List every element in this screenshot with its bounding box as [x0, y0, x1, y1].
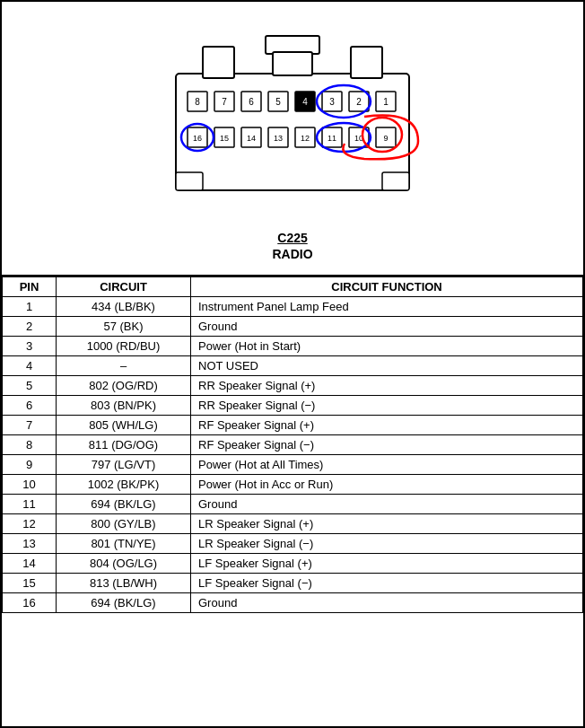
- cell-circuit: 813 (LB/WH): [57, 574, 191, 593]
- page-container: 8 7 6 5 4 3 2 1: [0, 0, 585, 728]
- cell-pin: 8: [3, 435, 57, 455]
- table-row: 4–NOT USED: [3, 356, 583, 376]
- cell-circuit: 57 (BK): [57, 317, 191, 337]
- cell-function: Power (Hot in Start): [191, 337, 583, 356]
- cell-circuit: 802 (OG/RD): [57, 376, 191, 396]
- table-row: 15813 (LB/WH)LF Speaker Signal (−): [3, 574, 583, 593]
- cell-pin: 6: [3, 396, 57, 416]
- svg-rect-1: [203, 47, 234, 78]
- svg-text:16: 16: [193, 134, 202, 143]
- cell-function: Ground: [191, 317, 583, 337]
- svg-text:4: 4: [302, 97, 308, 107]
- cell-function: RF Speaker Signal (−): [191, 435, 583, 455]
- connector-id: C225: [272, 231, 312, 245]
- cell-function: NOT USED: [191, 356, 583, 376]
- cell-pin: 7: [3, 416, 57, 435]
- cell-function: LF Speaker Signal (−): [191, 574, 583, 593]
- table-row: 13801 (TN/YE)LR Speaker Signal (−): [3, 534, 583, 554]
- svg-rect-5: [176, 172, 203, 190]
- cell-pin: 12: [3, 514, 57, 534]
- table-row: 11694 (BK/LG)Ground: [3, 495, 583, 514]
- svg-rect-3: [273, 52, 312, 75]
- cell-circuit: 694 (BK/LG): [57, 495, 191, 514]
- svg-text:3: 3: [329, 97, 335, 107]
- cell-circuit: 803 (BN/PK): [57, 396, 191, 416]
- svg-text:12: 12: [301, 134, 310, 143]
- cell-circuit: 797 (LG/VT): [57, 455, 191, 475]
- table-row: 257 (BK)Ground: [3, 317, 583, 337]
- cell-pin: 11: [3, 495, 57, 514]
- svg-rect-4: [351, 47, 382, 78]
- cell-function: Instrument Panel Lamp Feed: [191, 297, 583, 317]
- cell-circuit: 804 (OG/LG): [57, 554, 191, 574]
- svg-text:7: 7: [222, 97, 227, 107]
- cell-circuit: –: [57, 356, 191, 376]
- cell-pin: 10: [3, 475, 57, 495]
- cell-function: LF Speaker Signal (+): [191, 554, 583, 574]
- table-row: 6803 (BN/PK)RR Speaker Signal (−): [3, 396, 583, 416]
- cell-circuit: 694 (BK/LG): [57, 593, 191, 613]
- col-header-circuit: CIRCUIT: [57, 277, 191, 297]
- svg-text:9: 9: [383, 134, 388, 143]
- svg-text:8: 8: [195, 97, 200, 107]
- table-row: 101002 (BK/PK)Power (Hot in Acc or Run): [3, 475, 583, 495]
- cell-function: LR Speaker Signal (−): [191, 534, 583, 554]
- cell-function: Ground: [191, 593, 583, 613]
- cell-pin: 3: [3, 337, 57, 356]
- table-row: 5802 (OG/RD)RR Speaker Signal (+): [3, 376, 583, 396]
- col-header-pin: PIN: [3, 277, 57, 297]
- svg-text:1: 1: [383, 97, 389, 107]
- cell-circuit: 1000 (RD/BU): [57, 337, 191, 356]
- cell-circuit: 805 (WH/LG): [57, 416, 191, 435]
- cell-pin: 4: [3, 356, 57, 376]
- cell-circuit: 434 (LB/BK): [57, 297, 191, 317]
- table-section: PIN CIRCUIT CIRCUIT FUNCTION 1434 (LB/BK…: [2, 275, 583, 726]
- cell-circuit: 811 (DG/OG): [57, 435, 191, 455]
- svg-text:5: 5: [275, 97, 281, 107]
- svg-text:6: 6: [249, 97, 254, 107]
- table-row: 31000 (RD/BU)Power (Hot in Start): [3, 337, 583, 356]
- connector-name: RADIO: [272, 247, 312, 261]
- cell-pin: 5: [3, 376, 57, 396]
- cell-pin: 2: [3, 317, 57, 337]
- table-row: 8811 (DG/OG)RF Speaker Signal (−): [3, 435, 583, 455]
- table-row: 14804 (OG/LG)LF Speaker Signal (+): [3, 554, 583, 574]
- cell-function: RR Speaker Signal (−): [191, 396, 583, 416]
- cell-pin: 9: [3, 455, 57, 475]
- connector-diagram: 8 7 6 5 4 3 2 1: [122, 20, 463, 217]
- cell-function: Ground: [191, 495, 583, 514]
- table-row: 16694 (BK/LG)Ground: [3, 593, 583, 613]
- cell-function: RR Speaker Signal (+): [191, 376, 583, 396]
- svg-text:15: 15: [220, 134, 229, 143]
- pin-table: PIN CIRCUIT CIRCUIT FUNCTION 1434 (LB/BK…: [2, 276, 583, 613]
- svg-text:2: 2: [356, 97, 362, 107]
- diagram-section: 8 7 6 5 4 3 2 1: [2, 2, 583, 275]
- connector-label: C225 RADIO: [272, 231, 312, 261]
- cell-pin: 13: [3, 534, 57, 554]
- table-row: 7805 (WH/LG)RF Speaker Signal (+): [3, 416, 583, 435]
- svg-rect-0: [176, 74, 409, 190]
- table-row: 9797 (LG/VT)Power (Hot at All Times): [3, 455, 583, 475]
- svg-text:13: 13: [274, 134, 283, 143]
- svg-text:11: 11: [327, 134, 336, 143]
- svg-text:14: 14: [247, 134, 256, 143]
- col-header-function: CIRCUIT FUNCTION: [191, 277, 583, 297]
- svg-rect-6: [382, 172, 409, 190]
- cell-function: Power (Hot at All Times): [191, 455, 583, 475]
- cell-pin: 1: [3, 297, 57, 317]
- cell-circuit: 801 (TN/YE): [57, 534, 191, 554]
- table-header-row: PIN CIRCUIT CIRCUIT FUNCTION: [3, 277, 583, 297]
- cell-pin: 15: [3, 574, 57, 593]
- cell-function: Power (Hot in Acc or Run): [191, 475, 583, 495]
- table-row: 12800 (GY/LB)LR Speaker Signal (+): [3, 514, 583, 534]
- cell-pin: 16: [3, 593, 57, 613]
- cell-pin: 14: [3, 554, 57, 574]
- cell-function: RF Speaker Signal (+): [191, 416, 583, 435]
- cell-function: LR Speaker Signal (+): [191, 514, 583, 534]
- cell-circuit: 800 (GY/LB): [57, 514, 191, 534]
- table-row: 1434 (LB/BK)Instrument Panel Lamp Feed: [3, 297, 583, 317]
- cell-circuit: 1002 (BK/PK): [57, 475, 191, 495]
